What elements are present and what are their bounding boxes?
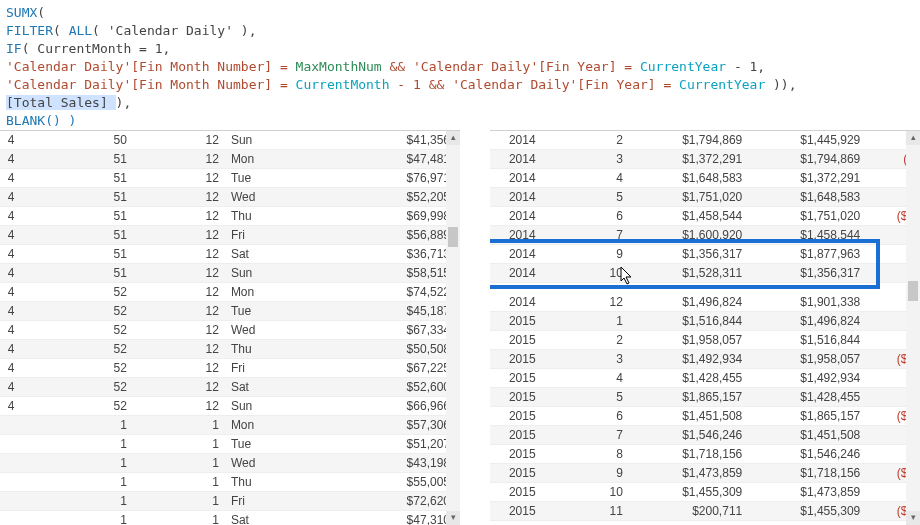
cell [0,492,20,511]
table-row[interactable]: 11Wed$43,198 [0,454,460,473]
cell: Wed [225,321,286,340]
cell: 51 [20,207,132,226]
cell: 2014 [490,207,542,226]
total-row: Total$35,340,145 [490,520,920,525]
table-row[interactable]: 20156$1,451,508$1,865,157($4 [490,406,920,425]
table-row[interactable]: 45212Sun$66,966 [0,397,460,416]
cell: $51,207 [286,435,460,454]
dax-formula-editor[interactable]: SUMX( FILTER( ALL( 'Calendar Daily' ), I… [0,0,920,132]
table-row[interactable]: 201412$1,496,824$1,901,338 [490,293,920,312]
table-row[interactable]: 201410$1,528,311$1,356,317 [490,264,920,283]
table-row[interactable]: 45212Sat$52,600 [0,378,460,397]
table-row[interactable]: 45112Mon$47,481 [0,150,460,169]
cell: 6 [542,207,629,226]
table-row[interactable]: 11Tue$51,207 [0,435,460,454]
table-row[interactable]: 20153$1,492,934$1,958,057($4 [490,349,920,368]
cell: $1,473,859 [748,482,866,501]
table-row[interactable]: 45112Sun$58,515 [0,264,460,283]
cell: 12 [133,150,225,169]
table-row[interactable]: 20152$1,958,057$1,516,844$ [490,330,920,349]
cell: $67,225 [286,359,460,378]
cell: 12 [133,188,225,207]
cell: 50 [20,131,132,150]
table-row[interactable]: 20143$1,372,291$1,794,869($ [490,150,920,169]
scroll-thumb[interactable] [908,281,918,301]
cell: 4 [0,340,20,359]
table-row[interactable]: 20158$1,718,156$1,546,246$ [490,444,920,463]
table-row[interactable]: 201510$1,455,309$1,473,859 [490,482,920,501]
table-row[interactable]: 201511$200,711$1,455,309($1 [490,501,920,520]
cell: 12 [133,131,225,150]
table-row[interactable]: 11Fri$72,620 [0,492,460,511]
cell: 1 [20,511,132,526]
table-row[interactable]: 45112Thu$69,998 [0,207,460,226]
scroll-thumb[interactable] [448,227,458,247]
table-row[interactable]: 11Sat$47,310 [0,511,460,526]
left-scrollbar[interactable]: ▴ ▾ [446,131,460,525]
cell: 1 [133,435,225,454]
cell: $1,600,920 [629,226,748,245]
table-row[interactable]: 20151$1,516,844$1,496,824 [490,311,920,330]
table-row[interactable]: 20146$1,458,544$1,751,020($2 [490,207,920,226]
cell: $1,901,338 [748,293,866,312]
scroll-down-icon[interactable]: ▾ [446,511,460,525]
table-row[interactable]: 20157$1,546,246$1,451,508 [490,425,920,444]
table-row[interactable]: 45112Wed$52,205 [0,188,460,207]
table-row[interactable]: 45112Tue$76,971 [0,169,460,188]
cell: 2014 [490,150,542,169]
cell: $67,334 [286,321,460,340]
table-row[interactable]: 20147$1,600,920$1,458,544$ [490,226,920,245]
table-row[interactable]: 20144$1,648,583$1,372,291$ [490,169,920,188]
table-row[interactable]: 11Thu$55,005 [0,473,460,492]
cell: $1,455,309 [748,501,866,520]
cell: $57,306 [286,416,460,435]
cell: $1,372,291 [748,169,866,188]
table-row[interactable]: 45212Wed$67,334 [0,321,460,340]
table-row[interactable]: 20154$1,428,455$1,492,934 [490,368,920,387]
cell: $1,794,869 [629,131,748,150]
cell: Mon [225,283,286,302]
table-row[interactable]: 45012Sun$41,356 [0,131,460,150]
cell: $55,005 [286,473,460,492]
table-row[interactable]: 45212Tue$45,187 [0,302,460,321]
cell: $1,473,859 [629,463,748,482]
table-row[interactable]: 20142$1,794,869$1,445,929 [490,131,920,150]
cell: $1,648,583 [629,169,748,188]
scroll-up-icon[interactable]: ▴ [446,131,460,145]
table-row[interactable]: 20145$1,751,020$1,648,583$ [490,188,920,207]
cell: 2015 [490,463,542,482]
cell: 2015 [490,387,542,406]
cell: 1 [20,416,132,435]
daily-sales-table[interactable]: 45012Sun$41,35645112Mon$47,48145112Tue$7… [0,130,460,525]
scroll-down-icon[interactable]: ▾ [906,511,920,525]
table-row[interactable]: 45112Sat$36,713 [0,245,460,264]
cell: 3 [542,150,629,169]
table-row[interactable]: 45212Fri$67,225 [0,359,460,378]
cell: 1 [20,473,132,492]
cell: 1 [133,511,225,526]
table-row[interactable]: 45112Fri$56,889 [0,226,460,245]
cell: 51 [20,169,132,188]
monthly-comparison-table[interactable]: 20142$1,794,869$1,445,92920143$1,372,291… [490,130,920,525]
cell: 7 [542,226,629,245]
cell: 12 [133,169,225,188]
table-row[interactable]: 45212Mon$74,522 [0,283,460,302]
cell: Thu [225,473,286,492]
cell: Mon [225,416,286,435]
table-row[interactable]: 45212Thu$50,508 [0,340,460,359]
table-row[interactable]: 20159$1,473,859$1,718,156($2 [490,463,920,482]
table-row[interactable]: 20149$1,356,317$1,877,963 [490,245,920,264]
right-scrollbar[interactable]: ▴ ▾ [906,131,920,525]
total-label: Total [542,520,629,525]
table-row[interactable]: 11Mon$57,306 [0,416,460,435]
cell: 12 [133,378,225,397]
cell: $1,794,869 [748,150,866,169]
cell: $1,546,246 [748,444,866,463]
cell: 2 [542,131,629,150]
cell: $69,998 [286,207,460,226]
cell: $1,458,544 [748,226,866,245]
scroll-up-icon[interactable]: ▴ [906,131,920,145]
cell: $1,451,508 [748,425,866,444]
cell: 2014 [490,226,542,245]
table-row[interactable]: 20155$1,865,157$1,428,455$ [490,387,920,406]
